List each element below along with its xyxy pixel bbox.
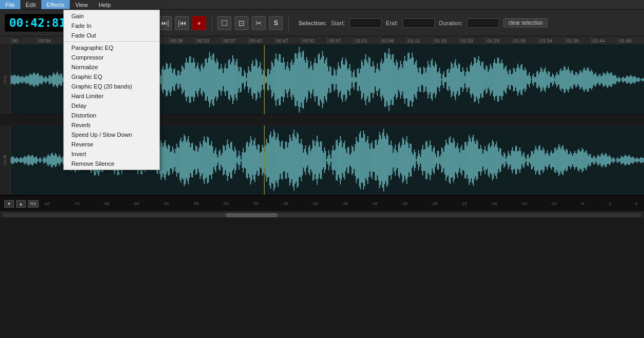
ruler-mark: 01:34 xyxy=(538,36,565,45)
svg-rect-209 xyxy=(230,64,231,94)
effects-menu-item-remove-silence[interactable]: Remove Silence xyxy=(64,159,159,168)
svg-rect-1018 xyxy=(450,136,450,184)
effects-menu-item-speed-up[interactable]: Speed Up / Slow Down xyxy=(64,130,159,139)
svg-rect-1169 xyxy=(609,155,610,166)
svg-rect-755 xyxy=(172,146,173,174)
svg-rect-1056 xyxy=(490,148,491,173)
svg-rect-1185 xyxy=(626,156,627,164)
ruler-mark: 01:44 xyxy=(591,36,618,45)
effects-menu-item-hard-limiter[interactable]: Hard Limiter xyxy=(64,91,159,101)
scrollbar-thumb[interactable] xyxy=(226,213,277,217)
svg-rect-1138 xyxy=(576,153,577,166)
svg-rect-584 xyxy=(626,76,627,84)
svg-rect-414 xyxy=(447,70,447,90)
svg-rect-1122 xyxy=(560,146,560,174)
svg-rect-1132 xyxy=(570,151,570,169)
svg-rect-450 xyxy=(485,70,485,90)
effects-menu-item-normalize[interactable]: Normalize xyxy=(64,62,159,72)
svg-rect-1143 xyxy=(582,148,582,172)
open-button[interactable]: ☐ xyxy=(217,16,231,30)
svg-rect-355 xyxy=(384,53,385,107)
svg-rect-1191 xyxy=(632,157,633,164)
svg-rect-380 xyxy=(411,58,411,101)
effects-menu-item-graphic-eq[interactable]: Graphic EQ xyxy=(64,72,159,82)
scrollbar-area[interactable] xyxy=(0,211,644,218)
menubar: FileEditEffectsViewHelp xyxy=(0,0,644,10)
level-down-button[interactable]: ▼ xyxy=(4,200,14,208)
cut-button[interactable]: ✂ xyxy=(252,16,266,30)
svg-rect-215 xyxy=(237,59,237,101)
effects-menu-item-distortion[interactable]: Distortion xyxy=(64,111,159,120)
start-input[interactable] xyxy=(349,18,382,28)
svg-rect-1029 xyxy=(462,145,462,175)
svg-rect-1063 xyxy=(497,147,498,173)
effects-menu-item-invert[interactable]: Invert xyxy=(64,149,159,159)
menubar-item-edit[interactable]: Edit xyxy=(20,0,41,9)
ruler-mark: 00 xyxy=(11,36,37,45)
skip-start-button[interactable]: ⏭| xyxy=(158,16,172,30)
silence-button[interactable]: S xyxy=(269,16,283,30)
svg-rect-293 xyxy=(319,53,319,106)
level-up-button[interactable]: ▲ xyxy=(16,200,26,208)
svg-rect-1114 xyxy=(551,150,552,170)
svg-rect-1008 xyxy=(439,157,440,163)
menubar-item-view[interactable]: View xyxy=(70,0,93,9)
skip-end-button[interactable]: |⏮ xyxy=(175,16,189,30)
effects-menu-item-delay[interactable]: Delay xyxy=(64,101,159,111)
svg-rect-423 xyxy=(456,65,457,94)
svg-rect-984 xyxy=(414,150,414,171)
svg-rect-985 xyxy=(415,152,415,168)
svg-rect-1153 xyxy=(592,158,593,163)
svg-rect-1020 xyxy=(452,143,452,177)
svg-rect-597 xyxy=(640,79,640,80)
svg-rect-147 xyxy=(165,69,165,91)
svg-rect-625 xyxy=(35,157,35,163)
svg-rect-472 xyxy=(508,74,508,85)
end-input[interactable] xyxy=(402,18,435,28)
svg-rect-1151 xyxy=(590,154,591,166)
svg-rect-527 xyxy=(566,70,566,89)
svg-rect-500 xyxy=(537,71,538,89)
clear-selection-button[interactable]: clear selection xyxy=(503,18,547,27)
svg-rect-514 xyxy=(552,74,553,86)
svg-rect-166 xyxy=(185,63,186,97)
svg-rect-996 xyxy=(427,141,427,179)
record-button[interactable]: ● xyxy=(192,16,206,30)
menubar-item-effects[interactable]: Effects xyxy=(41,0,70,9)
menubar-item-help[interactable]: Help xyxy=(93,0,116,9)
svg-rect-788 xyxy=(207,137,208,183)
svg-rect-1147 xyxy=(586,150,587,171)
svg-rect-467 xyxy=(502,63,503,96)
svg-rect-818 xyxy=(239,151,239,170)
save-button[interactable]: ⊡ xyxy=(235,16,248,30)
ruler-mark: 01:30 xyxy=(512,36,538,45)
svg-rect-607 xyxy=(16,157,17,163)
svg-rect-165 xyxy=(184,69,185,90)
svg-rect-232 xyxy=(254,65,255,93)
svg-rect-1053 xyxy=(487,151,487,169)
effects-menu-item-reverse[interactable]: Reverse xyxy=(64,139,159,149)
effects-menu-item-fade-out[interactable]: Fade Out xyxy=(64,31,159,40)
svg-rect-477 xyxy=(513,68,514,91)
svg-rect-970 xyxy=(399,142,400,179)
svg-rect-1027 xyxy=(459,152,460,167)
svg-rect-21 xyxy=(32,75,32,84)
svg-rect-551 xyxy=(591,69,592,90)
ruler-mark: 01:39 xyxy=(565,36,591,45)
svg-rect-284 xyxy=(310,67,310,93)
svg-rect-516 xyxy=(554,78,555,82)
effects-menu-item-compressor[interactable]: Compressor xyxy=(64,53,159,62)
effects-menu-item-paragraphic-eq[interactable]: Paragraphic EQ xyxy=(64,43,159,53)
effects-menu-item-graphic-eq-20[interactable]: Graphic EQ (20 bands) xyxy=(64,82,159,91)
scrollbar-track[interactable] xyxy=(2,213,642,217)
effects-menu-item-reverb[interactable]: Reverb xyxy=(64,120,159,130)
svg-rect-768 xyxy=(186,142,186,179)
menubar-item-file[interactable]: File xyxy=(0,0,20,9)
svg-rect-980 xyxy=(409,144,410,177)
effects-menu-item-gain[interactable]: Gain xyxy=(64,11,159,21)
svg-rect-415 xyxy=(448,68,448,91)
effects-menu-item-fade-in[interactable]: Fade In xyxy=(64,21,159,31)
level-scale-value: -inf xyxy=(44,201,50,206)
level-scale-value: -46 xyxy=(282,201,289,206)
duration-input[interactable] xyxy=(467,18,499,28)
